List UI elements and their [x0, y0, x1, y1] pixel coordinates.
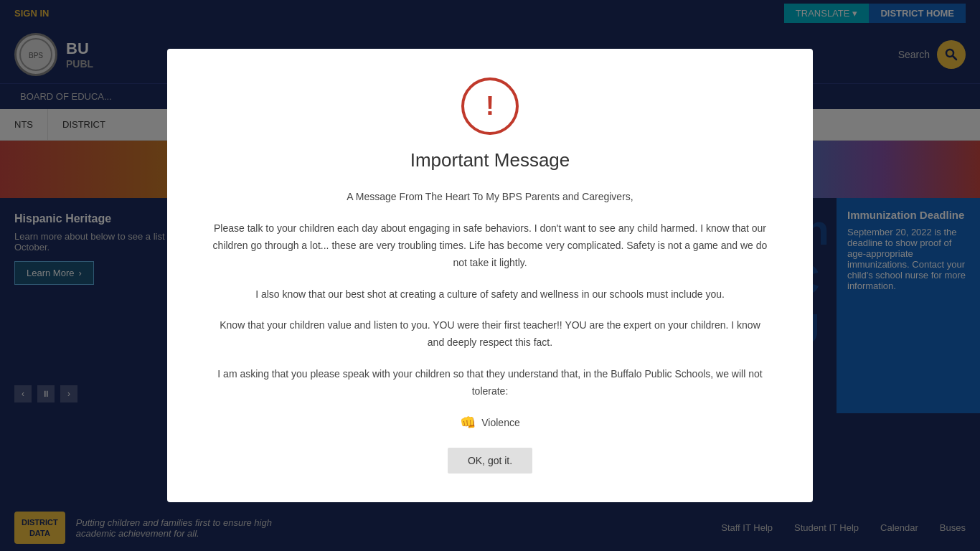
important-message-modal: ! Important Message A Message From The H… [167, 49, 813, 501]
modal-title: Important Message [210, 149, 770, 171]
modal-warning-icon: ! [461, 77, 519, 135]
modal-para-2: Please talk to your children each day ab… [210, 220, 770, 271]
violence-icon: 👊 [460, 415, 476, 430]
modal-icon-symbol: ! [486, 91, 494, 121]
ok-got-it-button[interactable]: OK, got it. [448, 448, 532, 474]
modal-para-3: I also know that our best shot at creati… [210, 286, 770, 303]
modal-body: A Message From The Heart To My BPS Paren… [210, 189, 770, 400]
modal-para-4: Know that your children value and listen… [210, 317, 770, 352]
modal-list-item-1: 👊 Violence [210, 415, 770, 430]
violence-label: Violence [481, 417, 519, 428]
modal-para-5: I am asking that you please speak with y… [210, 366, 770, 400]
modal-overlay: ! Important Message A Message From The H… [0, 0, 980, 551]
modal-para-1: A Message From The Heart To My BPS Paren… [210, 189, 770, 206]
